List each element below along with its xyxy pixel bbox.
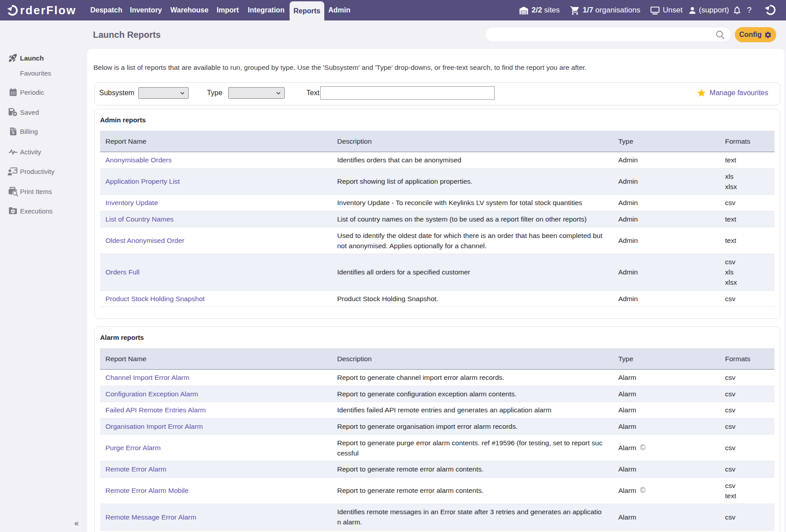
svg-text:$: $ <box>12 130 14 135</box>
